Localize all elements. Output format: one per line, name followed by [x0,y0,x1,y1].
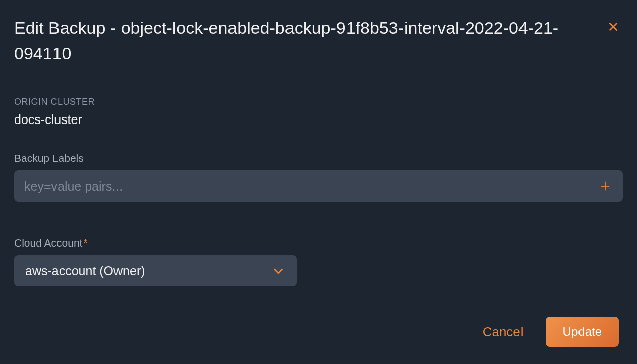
plus-icon [600,180,611,192]
update-button[interactable]: Update [546,317,619,347]
backup-labels-field: Backup Labels [14,152,623,202]
backup-labels-label: Backup Labels [14,152,623,164]
backup-labels-input[interactable] [24,179,598,194]
origin-cluster-label: Origin Cluster [14,97,623,107]
cloud-account-select[interactable]: aws-account (Owner) [14,255,297,286]
backup-labels-input-row [14,170,623,202]
cloud-account-selected: aws-account (Owner) [25,264,145,278]
dialog-title: Edit Backup - object-lock-enabled-backup… [14,15,584,67]
close-button[interactable] [604,17,623,36]
cloud-account-label: Cloud Account* [14,237,623,249]
cloud-account-label-text: Cloud Account [14,237,82,249]
close-icon [608,21,619,32]
dialog-footer: Cancel Update [14,317,623,347]
add-label-button[interactable] [598,178,613,194]
chevron-down-icon [271,264,285,278]
dialog-header: Edit Backup - object-lock-enabled-backup… [14,15,623,67]
required-asterisk: * [83,237,87,249]
cloud-account-field: Cloud Account* aws-account (Owner) [14,237,623,286]
origin-cluster-section: Origin Cluster docs-cluster [14,97,623,127]
origin-cluster-value: docs-cluster [14,112,623,127]
cancel-button[interactable]: Cancel [483,324,524,340]
